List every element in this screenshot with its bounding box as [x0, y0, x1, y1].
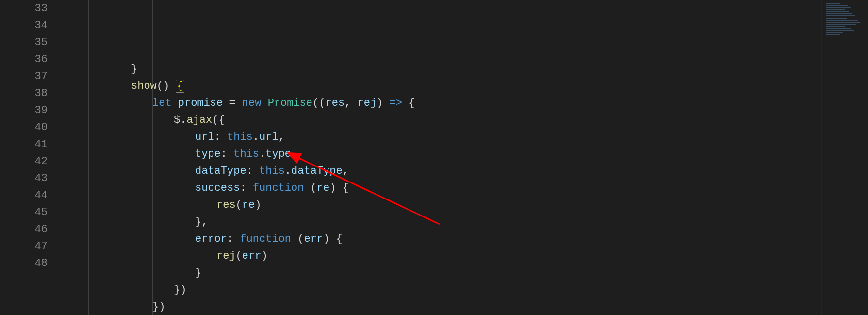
token: function — [253, 182, 311, 194]
code-editor[interactable]: 33343536373839404142434445464748 }show()… — [0, 0, 868, 315]
token: res — [325, 97, 344, 109]
svg-rect-16 — [826, 34, 840, 35]
line-number: 42 — [10, 153, 48, 170]
code-line[interactable]: error: function (err) { — [67, 231, 821, 248]
token: ( — [311, 182, 317, 194]
token: }, — [195, 216, 208, 228]
svg-rect-13 — [826, 28, 851, 29]
token: , — [344, 97, 357, 109]
line-number: 47 — [10, 238, 48, 255]
token: . — [285, 165, 291, 177]
svg-rect-3 — [826, 9, 845, 10]
token: { — [176, 80, 184, 93]
token: dataType — [195, 165, 246, 177]
code-line[interactable]: show() { — [67, 78, 821, 95]
code-line[interactable]: dataType: this.dataType, — [67, 163, 821, 180]
token: . — [180, 114, 186, 126]
svg-rect-11 — [826, 24, 856, 25]
token: err — [304, 233, 323, 245]
line-number: 34 — [10, 17, 48, 34]
line-number: 44 — [10, 187, 48, 204]
token: rej — [358, 97, 377, 109]
code-line[interactable]: url: this.url, — [67, 129, 821, 146]
line-number: 45 — [10, 204, 48, 221]
token: res — [216, 199, 236, 211]
editor-left-margin — [0, 0, 10, 315]
token: = — [223, 97, 242, 109]
code-line[interactable]: } — [67, 265, 821, 282]
code-line[interactable]: } — [67, 61, 821, 78]
token: , — [343, 165, 349, 177]
token: function — [240, 233, 297, 245]
token: ) { — [329, 182, 349, 194]
code-line[interactable]: rej(err) — [67, 248, 821, 265]
svg-rect-2 — [826, 7, 851, 8]
code-line[interactable]: $.ajax({ — [67, 112, 821, 129]
token: ( — [297, 233, 304, 245]
token: } — [131, 63, 137, 75]
token: $ — [174, 114, 180, 126]
line-number: 33 — [10, 0, 48, 17]
token: ajax — [186, 114, 212, 126]
svg-rect-0 — [826, 3, 840, 4]
svg-rect-7 — [826, 17, 854, 17]
token: let — [152, 97, 178, 109]
code-line[interactable]: }) — [67, 282, 821, 298]
token: error — [195, 233, 227, 245]
svg-rect-8 — [826, 18, 847, 19]
line-number: 46 — [10, 221, 48, 238]
code-line[interactable]: }, — [67, 214, 821, 231]
token: }) — [174, 284, 186, 296]
token: promise — [178, 97, 223, 109]
minimap-canvas — [822, 0, 868, 315]
svg-rect-5 — [826, 13, 852, 14]
token: { — [402, 97, 415, 109]
token: }) — [152, 301, 165, 313]
token: dataType — [291, 165, 343, 177]
code-line[interactable]: type: this.type, — [67, 146, 821, 163]
token: this — [233, 148, 259, 160]
token: show — [131, 80, 157, 92]
svg-rect-1 — [826, 5, 848, 6]
token: : — [221, 148, 233, 160]
minimap[interactable] — [821, 0, 868, 315]
line-number: 48 — [10, 255, 48, 272]
token: success — [195, 182, 240, 194]
token: : — [246, 165, 259, 177]
svg-rect-6 — [826, 15, 855, 16]
token: . — [259, 148, 265, 160]
token: . — [253, 131, 259, 143]
svg-rect-10 — [826, 22, 860, 23]
line-number: 38 — [10, 85, 48, 102]
token: : — [227, 233, 240, 245]
code-line[interactable]: let promise = new Promise((res, rej) => … — [67, 95, 821, 112]
svg-rect-9 — [826, 20, 858, 21]
token: , — [291, 148, 297, 160]
token: url — [195, 131, 214, 143]
token: => — [390, 97, 402, 109]
line-number: 43 — [10, 170, 48, 187]
token: rej — [216, 250, 236, 262]
token: re — [242, 199, 255, 211]
line-number: 41 — [10, 136, 48, 153]
token: , — [278, 131, 285, 143]
svg-rect-4 — [826, 11, 849, 12]
code-area[interactable]: }show() {let promise = new Promise((res,… — [67, 0, 821, 315]
token: Promise — [268, 97, 312, 109]
code-line[interactable]: }) — [67, 298, 821, 315]
token: url — [259, 131, 278, 143]
token: err — [242, 250, 262, 262]
token: type — [195, 148, 221, 160]
token: ({ — [212, 114, 225, 126]
token: ) — [255, 199, 261, 211]
token — [169, 80, 176, 92]
fold-strip — [58, 0, 67, 315]
token: ( — [236, 199, 242, 211]
code-line[interactable]: res(re) — [67, 197, 821, 214]
token: new — [242, 97, 268, 109]
line-number: 35 — [10, 34, 48, 51]
token: ( — [236, 250, 242, 262]
code-line[interactable]: success: function (re) { — [67, 180, 821, 197]
token: } — [195, 267, 201, 279]
line-number: 36 — [10, 51, 48, 68]
